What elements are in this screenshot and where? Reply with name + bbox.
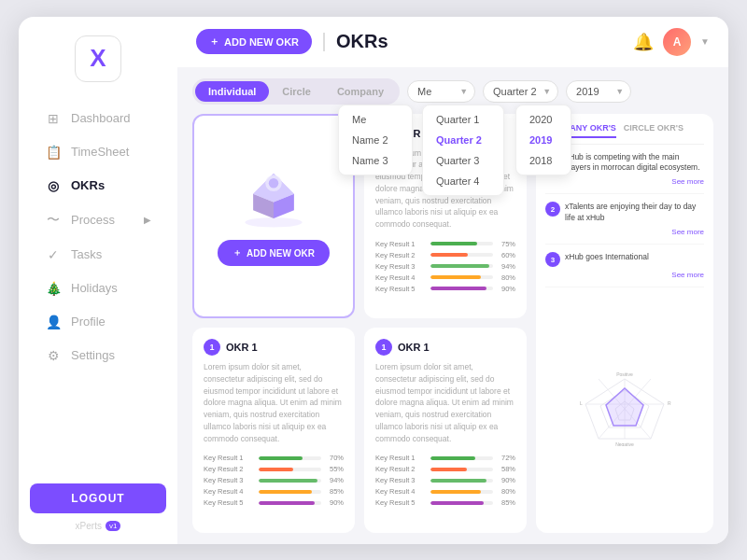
panel-item-2: 2 xTalents are enjoying their day to day… — [545, 202, 704, 245]
nav-label-settings: Settings — [71, 348, 115, 362]
svg-point-6 — [269, 178, 279, 189]
kr-bar-0-0 — [430, 242, 477, 245]
panel-badge-3: 3 — [545, 252, 560, 267]
okr3-number: 1 — [375, 339, 392, 356]
filter-tab-company[interactable]: Company — [324, 81, 397, 102]
panel-item-3: 3 xHub goes International See more — [545, 252, 704, 287]
see-more-2[interactable]: See more — [545, 228, 704, 236]
okr1-key-results: Key Result 1 75% Key Result 2 60% Key Re… — [375, 240, 515, 293]
kr-bar-2-0 — [430, 456, 475, 460]
side-panel: COMPANY OKR'S CIRCLE OKR'S 1 xHub is com… — [536, 114, 713, 533]
panel-text-3: xHub goes International — [565, 252, 649, 263]
kr-bar-bg-1-2 — [259, 479, 321, 483]
add-okr-card-button[interactable]: ＋ ADD NEW OKR — [218, 240, 330, 266]
kr-bar-1-0 — [259, 456, 303, 460]
kr-row-0-2: Key Result 3 94% — [375, 262, 515, 271]
okr2-number: 1 — [204, 339, 220, 356]
sidebar-item-settings[interactable]: ⚙ Settings — [26, 340, 170, 371]
year-select-wrapper: 202020192018 ▼ — [566, 80, 631, 103]
kr-row-0-4: Key Result 5 90% — [375, 285, 515, 293]
kr-pct-1-0: 70% — [325, 454, 344, 462]
me-option-name2[interactable]: Name 2 — [339, 130, 412, 150]
okr2-body: Lorem ipsum dolor sit amet, consectetur … — [204, 361, 344, 444]
year-select[interactable]: 202020192018 — [566, 80, 631, 103]
main-content: ＋ ADD NEW OKR OKRs 🔔 A ▼ Individual Circ… — [177, 17, 728, 544]
sidebar-item-process[interactable]: 〜 Process ▶ — [26, 203, 170, 237]
nav-label-timesheet: TimeSheet — [71, 145, 129, 159]
okr-card-3: 1 OKR 1 Lorem ipsum dolor sit amet, cons… — [364, 328, 527, 533]
y-option-2019[interactable]: 2019 — [516, 130, 571, 150]
kr-bar-2-3 — [430, 490, 481, 494]
kr-row-1-0: Key Result 1 70% — [204, 454, 344, 462]
sidebar-footer: xPerts v1 — [76, 521, 121, 531]
kr-label-2-4: Key Result 5 — [375, 498, 427, 507]
process-arrow-icon: ▶ — [144, 215, 151, 225]
okr-3d-icon — [232, 165, 316, 231]
kr-label-1-2: Key Result 3 — [204, 476, 255, 484]
tasks-icon: ✓ — [45, 247, 62, 262]
content-area: Individual Circle Company MeName 2Name 3… — [177, 67, 728, 544]
kr-row-2-4: Key Result 5 85% — [375, 498, 515, 507]
y-option-2018[interactable]: 2018 — [516, 150, 571, 171]
me-select-wrapper: MeName 2Name 3 ▼ — [407, 80, 475, 103]
sidebar-item-holidays[interactable]: 🎄 Holidays — [26, 273, 170, 304]
q-option-2[interactable]: Quarter 2 — [423, 130, 503, 150]
nav-label-profile: Profile — [71, 315, 106, 329]
kr-pct-0-0: 75% — [497, 240, 515, 248]
kr-bar-1-2 — [259, 479, 317, 483]
sidebar-item-timesheet[interactable]: 📋 TimeSheet — [26, 136, 170, 168]
app-container: X ⊞ Dashboard 📋 TimeSheet ◎ OKRs 〜 Proce… — [19, 17, 728, 544]
quarter-select[interactable]: Quarter 1Quarter 2Quarter 3Quarter 4 — [483, 80, 558, 103]
okr-card-2: 1 OKR 1 Lorem ipsum dolor sit amet, cons… — [192, 328, 355, 533]
panel-item-3-header: 3 xHub goes International — [545, 252, 704, 267]
okrs-icon: ◎ — [45, 178, 62, 193]
svg-text:Positive: Positive — [616, 371, 633, 377]
filter-tab-circle[interactable]: Circle — [269, 81, 324, 102]
kr-row-1-1: Key Result 2 55% — [204, 465, 344, 473]
see-more-1[interactable]: See more — [545, 177, 704, 186]
sidebar-item-profile[interactable]: 👤 Profile — [26, 306, 170, 338]
sidebar-item-dashboard[interactable]: ⊞ Dashboard — [26, 103, 170, 134]
kr-pct-1-1: 55% — [325, 465, 344, 473]
kr-bar-0-3 — [430, 275, 481, 279]
nav-label-tasks: Tasks — [71, 247, 102, 261]
nav-label-process: Process — [71, 213, 115, 227]
add-new-okr-button[interactable]: ＋ ADD NEW OKR — [196, 29, 312, 54]
version-badge: v1 — [106, 521, 120, 531]
see-more-3[interactable]: See more — [545, 271, 704, 279]
kr-label-1-4: Key Result 5 — [204, 498, 255, 507]
logout-button[interactable]: LOGOUT — [30, 483, 166, 513]
me-select[interactable]: MeName 2Name 3 — [407, 80, 475, 103]
q-option-3[interactable]: Quarter 3 — [423, 150, 503, 171]
radar-chart: Positive R L Negative — [578, 371, 671, 446]
y-option-2020[interactable]: 2020 — [516, 109, 571, 130]
notification-icon[interactable]: 🔔 — [633, 32, 654, 52]
header-divider — [323, 33, 325, 51]
okr3-key-results: Key Result 1 72% Key Result 2 58% Key Re… — [375, 454, 515, 507]
user-avatar: A — [663, 28, 691, 56]
kr-label-1-0: Key Result 1 — [204, 454, 255, 462]
panel-badge-2: 2 — [545, 202, 560, 217]
svg-text:L: L — [580, 400, 583, 406]
sidebar-item-okrs[interactable]: ◎ OKRs — [26, 170, 170, 202]
me-option-me[interactable]: Me — [339, 109, 412, 130]
okr3-title: OKR 1 — [398, 342, 430, 353]
q-option-1[interactable]: Quarter 1 — [423, 109, 503, 130]
kr-bar-bg-2-4 — [430, 501, 493, 505]
filter-tab-individual[interactable]: Individual — [195, 81, 269, 102]
kr-pct-0-4: 90% — [497, 285, 515, 293]
me-option-name3[interactable]: Name 3 — [339, 150, 412, 171]
kr-pct-2-3: 80% — [497, 487, 515, 496]
radar-chart-container: Positive R L Negative — [545, 295, 704, 523]
kr-row-0-1: Key Result 2 60% — [375, 251, 515, 259]
user-menu-arrow[interactable]: ▼ — [700, 36, 710, 47]
q-option-4[interactable]: Quarter 4 — [423, 171, 503, 191]
kr-bar-2-4 — [430, 501, 484, 505]
panel-tab-circle[interactable]: CIRCLE OKR'S — [624, 123, 684, 138]
sidebar-item-tasks[interactable]: ✓ Tasks — [26, 239, 170, 271]
kr-bar-bg-1-4 — [259, 501, 321, 505]
kr-row-2-1: Key Result 2 58% — [375, 465, 515, 473]
kr-label-2-2: Key Result 3 — [375, 476, 427, 484]
kr-label-0-1: Key Result 2 — [375, 251, 427, 259]
kr-bar-0-1 — [430, 253, 468, 257]
